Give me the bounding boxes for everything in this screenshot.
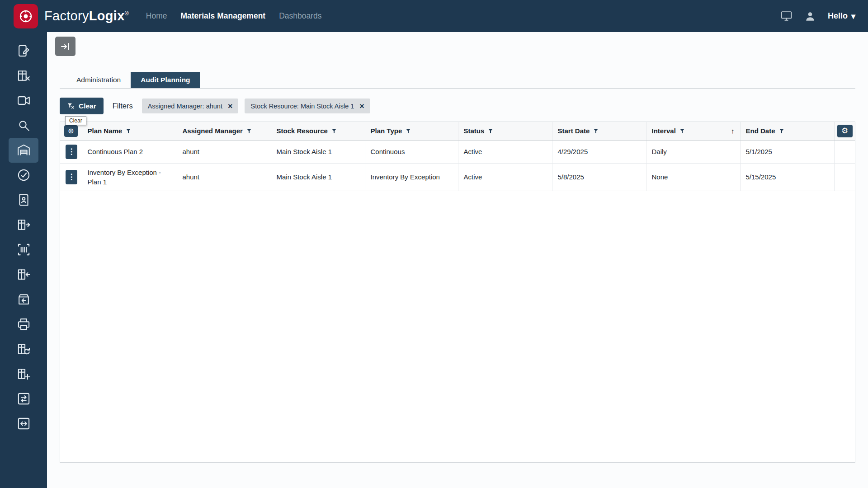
sidebar-item-table-transfer[interactable]: [9, 386, 38, 411]
column-header-assigned-manager[interactable]: Assigned Manager: [177, 122, 271, 140]
column-header-end-date[interactable]: End Date: [740, 122, 834, 140]
filter-chip-label: Assigned Manager: ahunt: [148, 103, 222, 110]
sidebar-item-contacts-book[interactable]: [9, 188, 38, 212]
sidebar-item-printer[interactable]: [9, 312, 38, 337]
table-row[interactable]: ⋮ Continuous Plan 2 ahunt Main Stock Ais…: [60, 140, 855, 163]
cell-start-date: 5/8/2025: [552, 163, 646, 191]
table-header-row: ⊕ Plan Name Assigned Manager Stock Resou…: [60, 122, 855, 140]
cell-interval: None: [646, 163, 740, 191]
table-row[interactable]: ⋮ Inventory By Exception - Plan 1 ahunt …: [60, 163, 855, 191]
cell-plan-name: Continuous Plan 2: [82, 140, 177, 163]
grid-settings-button[interactable]: ⚙: [837, 125, 853, 137]
sidebar-item-table-refresh[interactable]: [9, 337, 38, 361]
sidebar-item-box-return[interactable]: [9, 287, 38, 312]
sidebar-item-clipboard-edit[interactable]: [9, 38, 38, 63]
table-transfer-icon: [17, 392, 31, 406]
column-label: Status: [464, 127, 485, 135]
column-header-plan-type[interactable]: Plan Type: [365, 122, 458, 140]
cell-plan-type: Continuous: [365, 140, 458, 163]
close-icon[interactable]: ×: [359, 102, 364, 110]
brand-name: FactoryLogix®: [44, 9, 129, 23]
filter-chip-stock-resource[interactable]: Stock Resource: Main Stock Aisle 1 ×: [245, 99, 370, 113]
magnifier-scan-icon: [17, 118, 31, 132]
cell-assigned-manager: ahunt: [177, 163, 271, 191]
cell-start-date: 4/29/2025: [552, 140, 646, 163]
table-import-icon: [17, 267, 31, 282]
filter-icon[interactable]: [779, 128, 784, 134]
greeting-menu[interactable]: Hello ▾: [828, 11, 855, 21]
table-export-icon: [17, 218, 31, 232]
filter-icon[interactable]: [593, 128, 599, 134]
user-account-icon[interactable]: [804, 10, 816, 22]
cell-assigned-manager: ahunt: [177, 140, 271, 163]
table-refresh-icon: [17, 342, 31, 356]
chevron-down-icon: ▾: [851, 11, 855, 21]
row-actions-button[interactable]: ⋮: [66, 145, 77, 159]
cell-end-date: 5/15/2025: [740, 163, 834, 191]
table-add-icon: [17, 367, 31, 381]
filter-icon[interactable]: [126, 128, 131, 134]
sidebar-item-table-adjust[interactable]: [9, 411, 38, 436]
column-label: Interval: [652, 127, 676, 135]
sidebar-item-audit-check[interactable]: [9, 163, 38, 188]
filter-chip-assigned-manager[interactable]: Assigned Manager: ahunt ×: [142, 99, 239, 113]
cell-end-date: 5/1/2025: [740, 140, 834, 163]
kebab-icon: ⋮: [68, 147, 75, 156]
sidebar-item-table-import[interactable]: [9, 262, 38, 287]
sidebar-item-table-add[interactable]: [9, 361, 38, 386]
printer-icon: [17, 317, 31, 331]
column-label: Start Date: [558, 127, 590, 135]
sidebar-collapse-button[interactable]: [55, 37, 75, 56]
filter-icon[interactable]: [679, 128, 685, 134]
audit-plans-grid-panel: ⊕ Plan Name Assigned Manager Stock Resou…: [60, 122, 855, 463]
column-header-status[interactable]: Status: [458, 122, 552, 140]
sidebar-item-magnifier-scan[interactable]: [9, 113, 38, 138]
sidebar-item-barcode-scan[interactable]: [9, 237, 38, 262]
sidebar-item-table-remove[interactable]: [9, 63, 38, 88]
audit-plans-table: ⊕ Plan Name Assigned Manager Stock Resou…: [60, 122, 855, 191]
barcode-scan-icon: [17, 243, 31, 257]
clear-filters-button[interactable]: Clear: [60, 98, 104, 114]
left-icon-sidebar: [0, 32, 47, 488]
close-icon[interactable]: ×: [228, 102, 233, 110]
column-label: Plan Name: [88, 127, 123, 135]
topbar-actions: Hello ▾: [780, 10, 855, 22]
audit-check-icon: [17, 168, 31, 182]
cell-interval: Daily: [646, 140, 740, 163]
tab-audit-planning[interactable]: Audit Planning: [131, 72, 200, 88]
nav-item-materials-management[interactable]: Materials Management: [180, 11, 265, 21]
row-actions-button[interactable]: ⋮: [66, 170, 77, 184]
warehouse-icon: [17, 143, 31, 157]
filter-icon[interactable]: [406, 128, 411, 134]
cell-status: Active: [458, 163, 552, 191]
table-adjust-icon: [17, 417, 31, 431]
filter-clear-icon: [67, 102, 75, 110]
sidebar-item-video-search[interactable]: [9, 88, 38, 113]
kebab-icon: ⋮: [68, 172, 75, 182]
sort-ascending-icon[interactable]: ↑: [731, 127, 735, 135]
cell-empty: [834, 140, 855, 163]
add-plan-button[interactable]: ⊕: [64, 125, 78, 137]
column-label: Plan Type: [371, 127, 402, 135]
filter-icon[interactable]: [331, 128, 337, 134]
column-header-start-date[interactable]: Start Date: [552, 122, 646, 140]
sidebar-item-warehouse[interactable]: [9, 138, 38, 163]
top-navigation: Home Materials Management Dashboards: [146, 11, 322, 21]
filter-icon[interactable]: [488, 128, 493, 134]
filter-icon[interactable]: [246, 128, 252, 134]
remote-monitor-icon[interactable]: [780, 11, 793, 22]
contacts-book-icon: [17, 193, 31, 207]
column-header-plan-name[interactable]: Plan Name: [82, 122, 177, 140]
nav-item-home[interactable]: Home: [146, 11, 167, 21]
active-filter-chips: Assigned Manager: ahunt × Stock Resource…: [142, 99, 370, 113]
tab-administration[interactable]: Administration: [66, 72, 131, 88]
gear-icon: ⚙: [841, 126, 848, 136]
column-label: Stock Resource: [277, 127, 328, 135]
nav-item-dashboards[interactable]: Dashboards: [279, 11, 321, 21]
sidebar-item-table-export[interactable]: [9, 212, 38, 237]
cell-empty: [834, 163, 855, 191]
tab-bar: Administration Audit Planning: [60, 72, 855, 89]
column-header-stock-resource[interactable]: Stock Resource: [271, 122, 365, 140]
column-label: Assigned Manager: [183, 127, 243, 135]
column-header-interval[interactable]: Interval↑: [646, 122, 740, 140]
